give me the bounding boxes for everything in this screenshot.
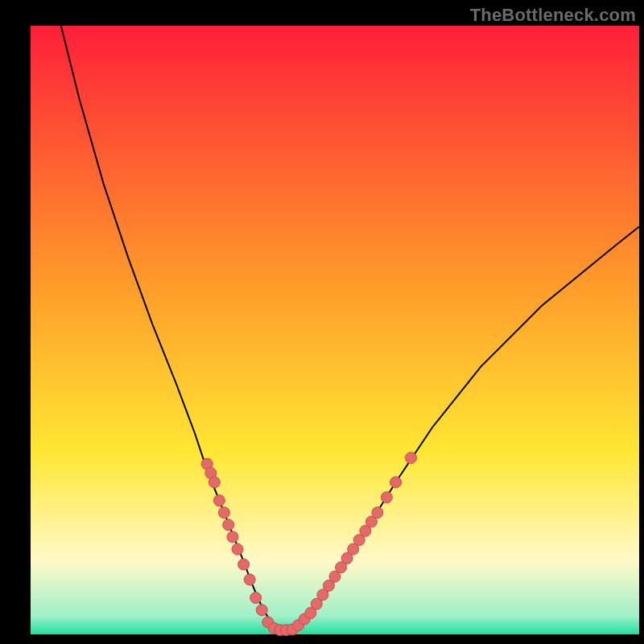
- data-dot: [213, 495, 225, 506]
- data-dot: [250, 592, 262, 604]
- data-dot: [390, 477, 402, 488]
- plot-background: [31, 26, 639, 634]
- watermark-text: TheBottleneck.com: [470, 5, 636, 26]
- chart-frame: TheBottleneck.com: [0, 0, 644, 644]
- data-dot: [244, 574, 255, 585]
- data-dot: [256, 605, 267, 616]
- data-dot: [227, 531, 238, 543]
- data-dot: [218, 507, 229, 518]
- data-dot: [232, 543, 243, 555]
- data-dot: [223, 519, 234, 530]
- data-dot: [208, 477, 220, 488]
- data-dot: [372, 507, 383, 518]
- data-dot: [381, 492, 392, 503]
- bottleneck-chart: [0, 0, 644, 644]
- data-dot: [238, 559, 250, 570]
- data-dot: [406, 452, 417, 464]
